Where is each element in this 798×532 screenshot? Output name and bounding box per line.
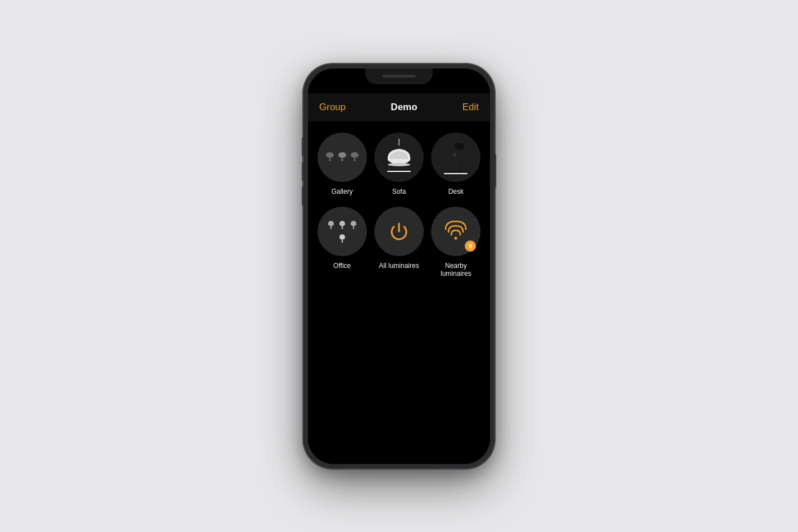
svg-point-3 <box>338 152 346 158</box>
notch <box>365 69 433 84</box>
desk-icon-circle <box>431 133 480 182</box>
svg-point-10 <box>388 163 410 166</box>
office-label: Office <box>333 262 351 270</box>
notch-bar <box>308 69 490 93</box>
light-item-desk[interactable]: Desk <box>431 133 481 195</box>
all-luminaires-label: All luminaires <box>379 262 419 270</box>
nearby-icon <box>443 219 468 244</box>
svg-point-2 <box>329 160 331 161</box>
desk-lamp-icon <box>439 139 473 175</box>
svg-point-23 <box>352 228 355 229</box>
office-lamps-icon <box>327 219 358 244</box>
light-item-office[interactable]: Office <box>317 207 367 278</box>
nav-group-button[interactable]: Group <box>319 102 346 113</box>
phone-outer-shell: Group Demo Edit <box>303 64 495 469</box>
svg-point-19 <box>330 228 332 229</box>
nav-bar: Group Demo Edit <box>308 93 490 121</box>
svg-point-0 <box>326 152 334 158</box>
svg-point-5 <box>341 160 343 161</box>
svg-point-21 <box>341 228 343 229</box>
lights-row-2: Office All luminaires <box>317 207 481 278</box>
nearby-luminaires-label: Nearby luminaires <box>431 262 481 278</box>
nearby-badge: 9 <box>465 240 476 252</box>
phone-screen: Group Demo Edit <box>308 69 490 464</box>
nearby-luminaires-icon-circle: 9 <box>431 207 480 256</box>
speaker-grille <box>382 75 416 78</box>
light-item-all-luminaires[interactable]: All luminaires <box>374 207 424 278</box>
gallery-icon-circle <box>318 133 367 182</box>
svg-point-6 <box>351 152 359 158</box>
sofa-lamp-icon <box>382 139 416 175</box>
light-item-sofa[interactable]: Sofa <box>374 133 424 195</box>
nav-edit-button[interactable]: Edit <box>463 102 479 113</box>
all-luminaires-icon-circle <box>374 207 424 256</box>
lights-row-1: Gallery <box>317 133 481 195</box>
light-item-nearby-luminaires[interactable]: 9 Nearby luminaires <box>431 207 481 278</box>
svg-line-14 <box>455 154 457 166</box>
svg-point-25 <box>341 242 343 242</box>
light-item-gallery[interactable]: Gallery <box>317 133 367 195</box>
nav-title: Demo <box>391 102 417 113</box>
svg-point-26 <box>455 237 457 239</box>
gallery-lamps-icon <box>325 151 360 164</box>
svg-point-16 <box>453 153 456 156</box>
gallery-label: Gallery <box>332 188 353 195</box>
power-icon <box>387 219 411 244</box>
office-icon-circle <box>318 207 367 256</box>
svg-point-8 <box>353 160 356 161</box>
bottom-safe-area <box>308 447 490 464</box>
desk-label: Desk <box>448 188 464 195</box>
content-area: Gallery <box>308 121 490 447</box>
sofa-icon-circle <box>374 133 424 182</box>
phone-device: Group Demo Edit <box>303 64 495 469</box>
sofa-label: Sofa <box>392 188 406 195</box>
